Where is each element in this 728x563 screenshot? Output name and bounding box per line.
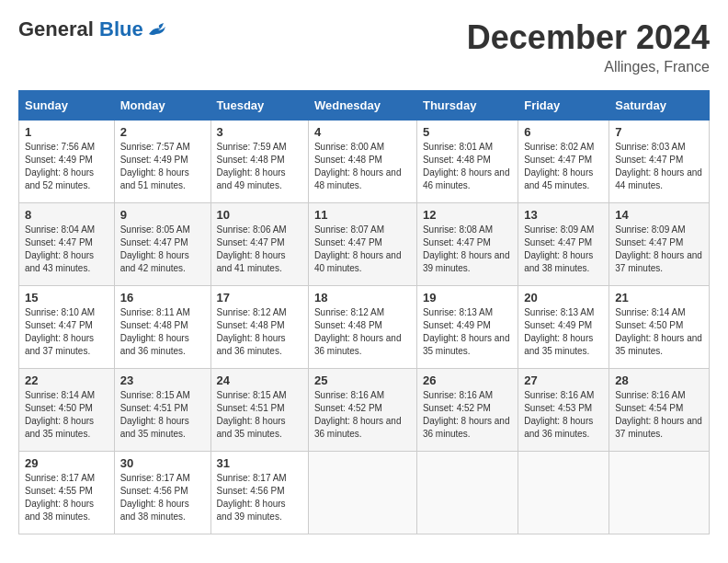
day-info: Sunrise: 8:05 AMSunset: 4:47 PMDaylight:…	[120, 224, 205, 275]
weekday-header-friday: Friday	[518, 91, 609, 121]
logo: General Blue	[18, 18, 167, 40]
header: General Blue December 2024 Allinges, Fra…	[18, 18, 710, 75]
day-info: Sunrise: 8:17 AMSunset: 4:56 PMDaylight:…	[120, 472, 205, 523]
calendar-cell: 9Sunrise: 8:05 AMSunset: 4:47 PMDaylight…	[114, 203, 210, 286]
weekday-header-thursday: Thursday	[416, 91, 518, 121]
day-number: 10	[217, 208, 302, 222]
day-number: 5	[423, 125, 512, 139]
calendar-cell: 7Sunrise: 8:03 AMSunset: 4:47 PMDaylight…	[609, 121, 710, 203]
calendar-week-row: 8Sunrise: 8:04 AMSunset: 4:47 PMDaylight…	[19, 203, 710, 286]
calendar-cell: 6Sunrise: 8:02 AMSunset: 4:47 PMDaylight…	[518, 121, 609, 203]
calendar-table: SundayMondayTuesdayWednesdayThursdayFrid…	[18, 90, 710, 534]
day-info: Sunrise: 8:17 AMSunset: 4:55 PMDaylight:…	[25, 472, 108, 523]
day-info: Sunrise: 8:03 AMSunset: 4:47 PMDaylight:…	[615, 141, 703, 192]
calendar-cell: 13Sunrise: 8:09 AMSunset: 4:47 PMDayligh…	[518, 203, 609, 286]
day-info: Sunrise: 8:09 AMSunset: 4:47 PMDaylight:…	[615, 224, 703, 275]
calendar-cell: 12Sunrise: 8:08 AMSunset: 4:47 PMDayligh…	[416, 203, 518, 286]
day-number: 13	[524, 208, 603, 222]
calendar-cell: 15Sunrise: 8:10 AMSunset: 4:47 PMDayligh…	[19, 286, 115, 369]
day-number: 27	[524, 373, 603, 387]
day-info: Sunrise: 8:14 AMSunset: 4:50 PMDaylight:…	[25, 389, 108, 441]
calendar-cell	[518, 452, 609, 534]
day-number: 17	[217, 291, 302, 304]
day-number: 12	[423, 208, 512, 222]
day-number: 3	[217, 125, 302, 139]
calendar-week-row: 29Sunrise: 8:17 AMSunset: 4:55 PMDayligh…	[19, 452, 710, 534]
day-info: Sunrise: 8:11 AMSunset: 4:48 PMDaylight:…	[120, 306, 205, 358]
day-info: Sunrise: 8:10 AMSunset: 4:47 PMDaylight:…	[25, 306, 108, 358]
weekday-header-saturday: Saturday	[609, 91, 710, 121]
calendar-cell: 2Sunrise: 7:57 AMSunset: 4:49 PMDaylight…	[114, 121, 210, 203]
calendar-cell: 24Sunrise: 8:15 AMSunset: 4:51 PMDayligh…	[210, 369, 308, 452]
calendar-week-row: 1Sunrise: 7:56 AMSunset: 4:49 PMDaylight…	[19, 121, 710, 203]
calendar-cell	[609, 452, 710, 534]
day-number: 6	[524, 125, 603, 139]
calendar-cell: 8Sunrise: 8:04 AMSunset: 4:47 PMDaylight…	[19, 203, 115, 286]
day-number: 1	[25, 125, 108, 139]
calendar-cell	[308, 452, 416, 534]
weekday-header-tuesday: Tuesday	[210, 91, 308, 121]
day-info: Sunrise: 7:59 AMSunset: 4:48 PMDaylight:…	[217, 141, 302, 192]
day-info: Sunrise: 8:12 AMSunset: 4:48 PMDaylight:…	[314, 306, 411, 358]
day-info: Sunrise: 8:16 AMSunset: 4:52 PMDaylight:…	[423, 389, 512, 441]
day-number: 31	[217, 456, 302, 470]
calendar-cell: 11Sunrise: 8:07 AMSunset: 4:47 PMDayligh…	[308, 203, 416, 286]
day-number: 16	[120, 291, 205, 304]
calendar-cell: 25Sunrise: 8:16 AMSunset: 4:52 PMDayligh…	[308, 369, 416, 452]
logo-blue: Blue	[99, 17, 143, 40]
day-info: Sunrise: 8:13 AMSunset: 4:49 PMDaylight:…	[524, 306, 603, 358]
day-number: 9	[120, 208, 205, 222]
day-number: 23	[120, 373, 205, 387]
day-info: Sunrise: 8:01 AMSunset: 4:48 PMDaylight:…	[423, 141, 512, 192]
weekday-header-wednesday: Wednesday	[308, 91, 416, 121]
day-info: Sunrise: 8:06 AMSunset: 4:47 PMDaylight:…	[217, 224, 302, 275]
day-info: Sunrise: 8:13 AMSunset: 4:49 PMDaylight:…	[423, 306, 512, 358]
day-info: Sunrise: 8:12 AMSunset: 4:48 PMDaylight:…	[217, 306, 302, 358]
day-number: 14	[615, 208, 703, 222]
day-info: Sunrise: 8:07 AMSunset: 4:47 PMDaylight:…	[314, 224, 411, 275]
day-number: 21	[615, 291, 703, 304]
calendar-week-row: 22Sunrise: 8:14 AMSunset: 4:50 PMDayligh…	[19, 369, 710, 452]
day-info: Sunrise: 8:08 AMSunset: 4:47 PMDaylight:…	[423, 224, 512, 275]
logo-bird-icon	[147, 21, 167, 38]
calendar-cell: 26Sunrise: 8:16 AMSunset: 4:52 PMDayligh…	[416, 369, 518, 452]
day-info: Sunrise: 8:16 AMSunset: 4:52 PMDaylight:…	[314, 389, 411, 441]
day-number: 11	[314, 208, 411, 222]
calendar-cell: 4Sunrise: 8:00 AMSunset: 4:48 PMDaylight…	[308, 121, 416, 203]
day-info: Sunrise: 7:56 AMSunset: 4:49 PMDaylight:…	[25, 141, 108, 192]
day-number: 2	[120, 125, 205, 139]
day-number: 29	[25, 456, 108, 470]
day-number: 24	[217, 373, 302, 387]
title-section: December 2024 Allinges, France	[467, 18, 710, 75]
day-info: Sunrise: 8:04 AMSunset: 4:47 PMDaylight:…	[25, 224, 108, 275]
day-number: 7	[615, 125, 703, 139]
calendar-cell: 27Sunrise: 8:16 AMSunset: 4:53 PMDayligh…	[518, 369, 609, 452]
calendar-week-row: 15Sunrise: 8:10 AMSunset: 4:47 PMDayligh…	[19, 286, 710, 369]
calendar-cell: 30Sunrise: 8:17 AMSunset: 4:56 PMDayligh…	[114, 452, 210, 534]
month-title: December 2024	[467, 18, 710, 57]
calendar-cell: 23Sunrise: 8:15 AMSunset: 4:51 PMDayligh…	[114, 369, 210, 452]
calendar-cell	[416, 452, 518, 534]
calendar-cell: 22Sunrise: 8:14 AMSunset: 4:50 PMDayligh…	[19, 369, 115, 452]
logo-general: General	[18, 17, 94, 40]
calendar-cell: 14Sunrise: 8:09 AMSunset: 4:47 PMDayligh…	[609, 203, 710, 286]
day-number: 19	[423, 291, 512, 304]
weekday-header-sunday: Sunday	[19, 91, 115, 121]
day-number: 15	[25, 291, 108, 304]
weekday-header-monday: Monday	[114, 91, 210, 121]
day-info: Sunrise: 8:00 AMSunset: 4:48 PMDaylight:…	[314, 141, 411, 192]
calendar-cell: 31Sunrise: 8:17 AMSunset: 4:56 PMDayligh…	[210, 452, 308, 534]
day-number: 25	[314, 373, 411, 387]
day-number: 8	[25, 208, 108, 222]
calendar-cell: 20Sunrise: 8:13 AMSunset: 4:49 PMDayligh…	[518, 286, 609, 369]
day-info: Sunrise: 8:15 AMSunset: 4:51 PMDaylight:…	[120, 389, 205, 441]
location-subtitle: Allinges, France	[467, 59, 710, 75]
day-number: 30	[120, 456, 205, 470]
day-info: Sunrise: 8:16 AMSunset: 4:54 PMDaylight:…	[615, 389, 703, 441]
calendar-cell: 10Sunrise: 8:06 AMSunset: 4:47 PMDayligh…	[210, 203, 308, 286]
day-info: Sunrise: 8:16 AMSunset: 4:53 PMDaylight:…	[524, 389, 603, 441]
day-number: 18	[314, 291, 411, 304]
calendar-body: 1Sunrise: 7:56 AMSunset: 4:49 PMDaylight…	[19, 121, 710, 534]
day-info: Sunrise: 7:57 AMSunset: 4:49 PMDaylight:…	[120, 141, 205, 192]
day-number: 26	[423, 373, 512, 387]
